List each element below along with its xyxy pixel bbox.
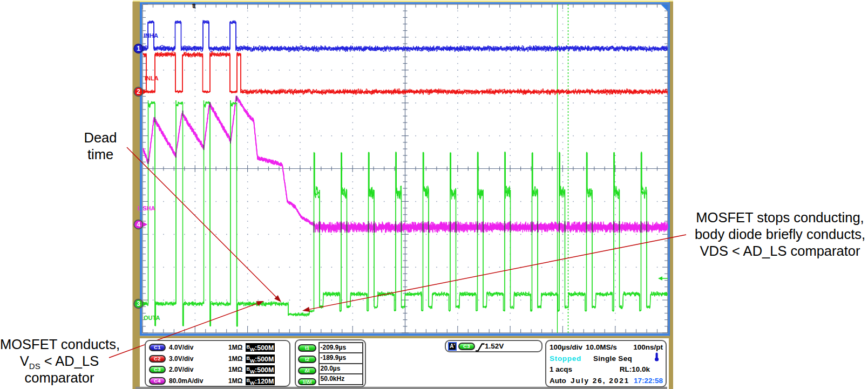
svg-text:2: 2 [137,88,140,95]
svg-text:OUTA: OUTA [144,315,160,321]
svg-text:3: 3 [137,300,140,308]
svg-text:INLA: INLA [145,75,159,81]
svg-text:INHA: INHA [144,32,158,39]
svg-text:1: 1 [137,45,140,52]
svg-text:I_SHA: I_SHA [138,205,155,211]
svg-text:4: 4 [137,221,140,228]
